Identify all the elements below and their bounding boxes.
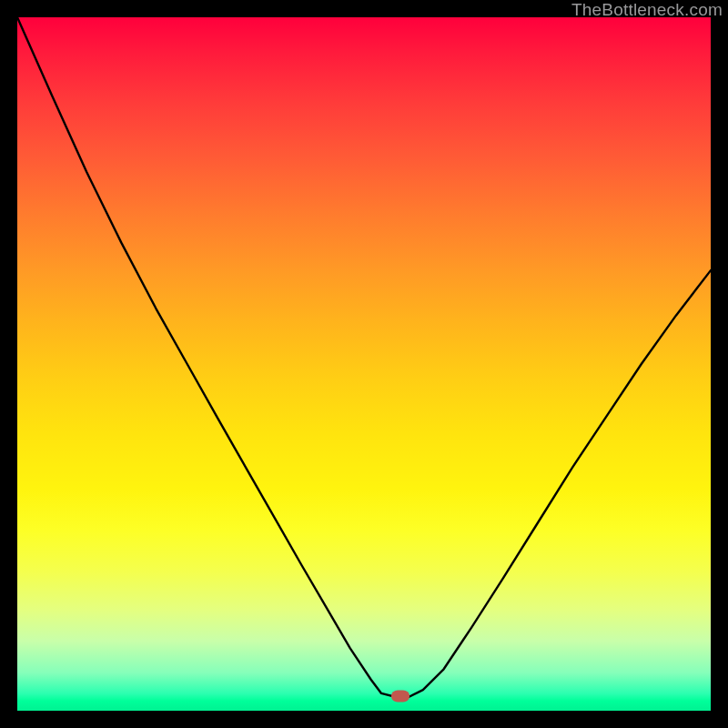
chart-svg — [17, 17, 711, 711]
chart-container: TheBottleneck.com — [0, 0, 728, 728]
bottleneck-curve-line — [17, 17, 711, 697]
curve-minimum-marker — [391, 690, 410, 702]
watermark-label: TheBottleneck.com — [571, 0, 723, 20]
